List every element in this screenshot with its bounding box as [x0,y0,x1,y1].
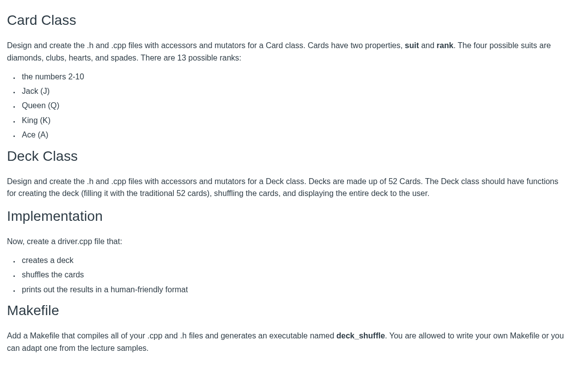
implementation-section: Implementation Now, create a driver.cpp … [7,206,564,295]
makefile-body: Add a Makefile that compiles all of your… [7,330,564,355]
card-intro-pre: Design and create the .h and .cpp files … [7,41,405,50]
implementation-intro: Now, create a driver.cpp file that: [7,236,564,248]
card-class-section: Card Class Design and create the .h and … [7,10,564,141]
makefile-heading: Makefile [7,300,564,321]
card-bold-rank: rank [436,41,453,50]
card-intro-mid: and [419,41,437,50]
implementation-steps-list: creates a deck shuffles the cards prints… [20,255,564,295]
implementation-heading: Implementation [7,206,564,227]
list-item: King (K) [20,115,564,126]
card-ranks-list: the numbers 2-10 Jack (J) Queen (Q) King… [20,71,564,141]
makefile-section: Makefile Add a Makefile that compiles al… [7,300,564,355]
deck-class-heading: Deck Class [7,146,564,167]
deck-class-body: Design and create the .h and .cpp files … [7,176,564,200]
deck-class-section: Deck Class Design and create the .h and … [7,146,564,200]
list-item: prints out the results in a human-friend… [20,284,564,295]
list-item: Queen (Q) [20,100,564,111]
list-item: the numbers 2-10 [20,71,564,82]
card-class-heading: Card Class [7,10,564,31]
card-bold-suit: suit [405,41,419,50]
makefile-bold-exe: deck_shuffle [337,331,385,340]
list-item: creates a deck [20,255,564,266]
card-class-intro: Design and create the .h and .cpp files … [7,40,564,65]
list-item: Ace (A) [20,130,564,140]
makefile-body-pre: Add a Makefile that compiles all of your… [7,331,337,340]
list-item: Jack (J) [20,86,564,97]
list-item: shuffles the cards [20,269,564,280]
